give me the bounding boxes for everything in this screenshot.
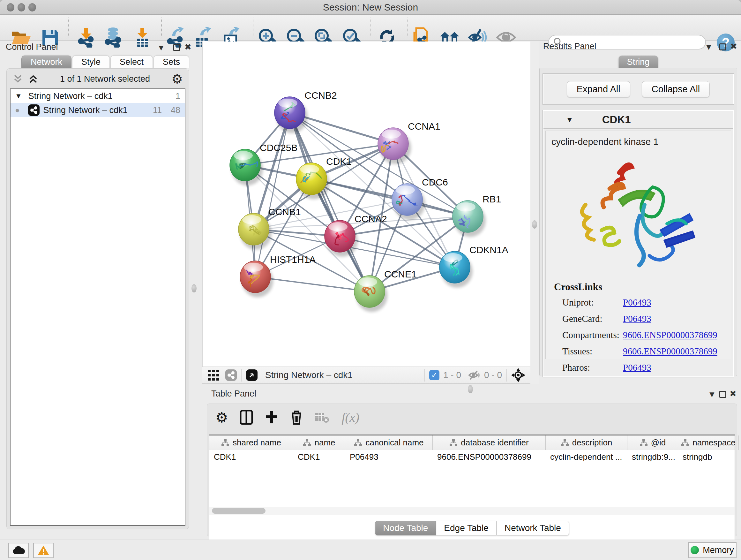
function-builder-icon[interactable]: f(x): [341, 410, 359, 425]
expand-all-icon[interactable]: [28, 73, 39, 84]
table-cell: stringdb:9...: [627, 450, 678, 464]
main-toolbar: ?: [0, 15, 741, 41]
edge-CCNB2-CCNE1[interactable]: [290, 113, 369, 292]
node-CDKN1A[interactable]: CDKN1A: [440, 245, 509, 288]
table-horizontal-scrollbar[interactable]: [209, 507, 735, 515]
vertical-splitter[interactable]: [530, 42, 539, 384]
column-type-icon: [449, 439, 458, 447]
right-splitter-handle[interactable]: [532, 220, 537, 229]
panel-close-icon[interactable]: ✖: [185, 42, 192, 52]
crosslink-link[interactable]: P06493: [623, 297, 651, 308]
title-bar: Session: New Session: [0, 0, 741, 15]
tab-node-table[interactable]: Node Table: [375, 521, 436, 536]
memory-status-icon: [690, 546, 699, 554]
panel-menu-icon[interactable]: ▼: [704, 42, 713, 52]
collapse-all-button[interactable]: Collapse All: [642, 81, 710, 98]
crosslink-row: Compartments:9606.ENSP00000378699: [562, 330, 728, 340]
panel-close-icon[interactable]: ✖: [730, 389, 737, 399]
column-header-@id[interactable]: @id: [627, 435, 678, 450]
column-header-description[interactable]: description: [546, 435, 627, 450]
fit-content-crosshair-icon[interactable]: [511, 368, 525, 382]
crosslink-link[interactable]: P06493: [623, 314, 651, 324]
panel-menu-icon[interactable]: ▼: [157, 43, 165, 53]
panel-close-icon[interactable]: ✖: [730, 42, 737, 51]
table-cell: CDK1: [293, 450, 345, 464]
warnings-button[interactable]: [33, 543, 54, 558]
gene-collapse-icon[interactable]: ▼: [566, 115, 574, 124]
node-HIST1H1A[interactable]: HIST1H1A: [240, 254, 316, 297]
node-label: CDC25B: [260, 142, 297, 153]
node-CCNB2[interactable]: CCNB2: [274, 90, 337, 133]
birds-eye-view-icon[interactable]: [246, 369, 258, 381]
collapse-all-icon[interactable]: [12, 73, 23, 84]
delete-table-icon[interactable]: [315, 412, 329, 423]
tab-network[interactable]: Network: [21, 56, 71, 68]
node-CCNB1[interactable]: CCNB1: [239, 206, 301, 250]
cloud-button[interactable]: [8, 543, 29, 558]
node-count: 11: [153, 105, 162, 115]
table-options-gear-icon[interactable]: ⚙: [215, 409, 228, 426]
network-view-icon[interactable]: [225, 369, 237, 381]
node-CCNA1[interactable]: CCNA1: [378, 121, 441, 164]
table-row[interactable]: CDK1CDK1P064939606.ENSP00000378699cyclin…: [209, 450, 735, 464]
add-column-icon[interactable]: [265, 411, 278, 424]
crosslink-link[interactable]: 9606.ENSP00000378699: [623, 330, 718, 340]
network-list: ▼ String Network – cdk1 1 ● String Netwo…: [10, 88, 185, 526]
node-label: CDC6: [422, 177, 448, 187]
footer-separator: [424, 369, 425, 381]
tab-select[interactable]: Select: [111, 56, 153, 68]
protein-structure-image: [571, 150, 705, 278]
crosslink-link[interactable]: P06493: [623, 362, 651, 373]
table-panel-title: Table Panel: [211, 389, 256, 399]
tab-string[interactable]: String: [619, 56, 658, 69]
node-CCNE1[interactable]: CCNE1: [354, 269, 417, 312]
panel-menu-icon[interactable]: ▼: [708, 389, 716, 399]
results-panel-title: Results Panel: [543, 42, 596, 51]
tab-network-table[interactable]: Network Table: [496, 521, 569, 536]
network-collection-count: 1: [176, 91, 180, 101]
cloud-icon: [12, 546, 25, 555]
expand-all-button[interactable]: Expand All: [567, 81, 630, 98]
crosslinks-title: CrossLinks: [554, 281, 728, 293]
panel-float-icon[interactable]: [173, 44, 180, 51]
table-panel: Table Panel ▼ ✖ ⚙ f(x) shared namenameca…: [207, 389, 737, 537]
column-type-icon: [221, 439, 229, 447]
scrollbar-thumb[interactable]: [212, 508, 266, 514]
footer-separator: [507, 369, 507, 381]
crosslink-link[interactable]: 9606.ENSP00000378699: [623, 346, 718, 357]
node-CDC6[interactable]: CDC6: [392, 177, 448, 220]
toolbar-separator: [161, 17, 162, 37]
panel-float-icon[interactable]: [719, 44, 726, 51]
network-row-selected[interactable]: ● String Network – cdk1 11 48: [10, 103, 185, 117]
column-header-shared-name[interactable]: shared name: [209, 435, 293, 450]
column-header-namespace[interactable]: namespace: [678, 435, 739, 450]
network-collection-row[interactable]: ▼ String Network – cdk1 1: [10, 89, 185, 103]
column-header-name[interactable]: name: [293, 435, 345, 450]
grid-view-icon[interactable]: [207, 369, 219, 381]
delete-column-icon[interactable]: [290, 410, 302, 425]
show-columns-icon[interactable]: [240, 410, 253, 425]
node-CDK1[interactable]: CDK1: [296, 156, 352, 199]
memory-label: Memory: [703, 545, 734, 555]
network-view-canvas[interactable]: CCNB2 CCNA1 CDC25B CDK1 CDC6 RB1 CCNB1: [202, 42, 530, 367]
gene-description: cyclin-dependent kinase 1: [551, 137, 728, 147]
string-app-icon: [28, 105, 40, 116]
left-splitter-handle[interactable]: [192, 284, 197, 293]
tree-expand-icon[interactable]: ▼: [15, 92, 22, 100]
node-RB1[interactable]: RB1: [453, 194, 501, 237]
toolbar-separator: [407, 17, 408, 37]
tab-edge-table[interactable]: Edge Table: [436, 521, 496, 536]
column-header-database-identifier[interactable]: database identifier: [433, 435, 546, 450]
panel-float-icon[interactable]: [719, 391, 726, 398]
footer-separator: [241, 369, 242, 381]
column-type-icon: [639, 439, 648, 447]
column-header-canonical-name[interactable]: canonical name: [345, 435, 433, 450]
edge-count: 48: [171, 105, 180, 115]
node-label: CCNA2: [354, 213, 387, 224]
crosslink-row: Pharos:P06493: [562, 362, 728, 373]
memory-button[interactable]: Memory: [688, 542, 737, 558]
tab-sets[interactable]: Sets: [153, 56, 189, 68]
network-options-gear-icon[interactable]: ⚙: [172, 71, 183, 86]
tab-style[interactable]: Style: [72, 56, 110, 68]
selected-checkbox-icon[interactable]: ✓: [429, 370, 440, 380]
